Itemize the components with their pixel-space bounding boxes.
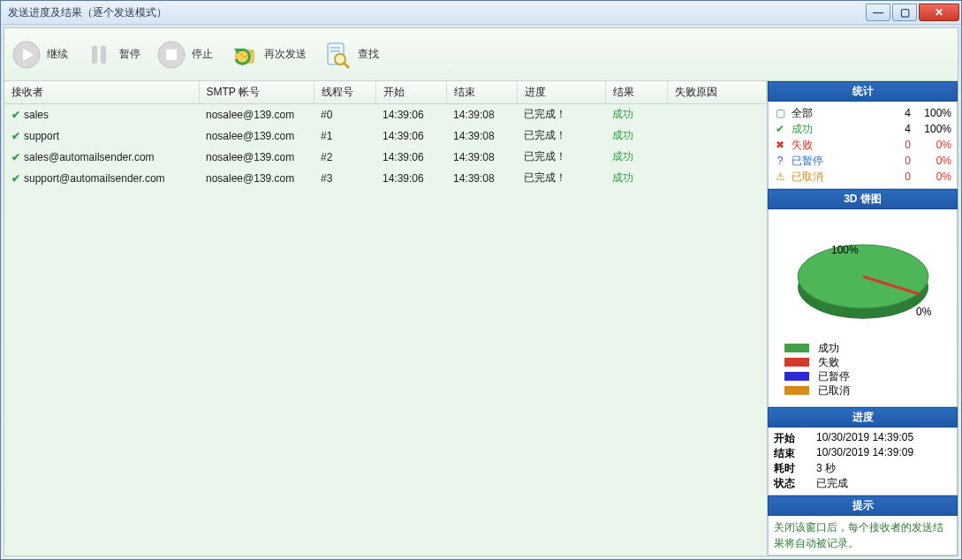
cell-fail xyxy=(667,147,767,168)
col-start[interactable]: 开始 xyxy=(375,81,446,104)
svg-line-12 xyxy=(344,63,349,68)
continue-label: 继续 xyxy=(47,47,68,62)
cell-result: 成功 xyxy=(605,147,667,168)
col-result[interactable]: 结果 xyxy=(605,81,667,104)
cell-progress: 已完成！ xyxy=(517,147,605,168)
cell-end: 14:39:08 xyxy=(446,125,517,147)
check-icon: ✔ xyxy=(11,109,20,121)
stats-body: ▢ 全部 4 100% ✔ 成功 4 100% ✖ 失败 0 xyxy=(768,102,958,189)
cell-fail xyxy=(667,168,767,189)
play-icon xyxy=(11,40,42,70)
cell-result: 成功 xyxy=(605,125,667,147)
results-table-wrap: 接收者 SMTP 帐号 线程号 开始 结束 进度 结果 失败原因 ✔sales … xyxy=(4,81,768,556)
table-row[interactable]: ✔sales@automailsender.comnosalee@139.com… xyxy=(4,147,767,168)
legend-success: 成功 xyxy=(784,341,951,355)
check-icon: ✔ xyxy=(11,172,20,185)
table-row[interactable]: ✔support@automailsender.comnosalee@139.c… xyxy=(4,168,767,189)
legend-paused: 已暂停 xyxy=(784,369,951,383)
stat-paused: ? 已暂停 0 0% xyxy=(774,153,951,169)
progress-header: 进度 xyxy=(768,407,958,428)
table-row[interactable]: ✔support nosalee@139.com#114:39:0614:39:… xyxy=(4,125,767,147)
tip-header: 提示 xyxy=(768,496,958,516)
resend-button[interactable]: 再次发送 xyxy=(229,40,307,70)
find-label: 查找 xyxy=(358,47,379,62)
minimize-button[interactable]: — xyxy=(866,4,890,21)
svg-rect-5 xyxy=(166,49,177,60)
continue-button[interactable]: 继续 xyxy=(11,40,68,70)
cell-thread: #0 xyxy=(314,104,375,125)
stat-success: ✔ 成功 4 100% xyxy=(774,121,951,137)
pie-legend: 成功 失败 已暂停 已取消 xyxy=(774,337,951,403)
toolbar: 继续 暂停 停止 再次发送 xyxy=(4,28,958,81)
cell-thread: #3 xyxy=(314,168,375,189)
stop-icon xyxy=(156,40,186,70)
table-row[interactable]: ✔sales nosalee@139.com#014:39:0614:39:08… xyxy=(4,104,767,125)
cell-end: 14:39:08 xyxy=(446,104,517,125)
col-end[interactable]: 结束 xyxy=(446,81,517,104)
find-icon xyxy=(322,40,352,70)
tip-body: 关闭该窗口后，每个接收者的发送结果将自动被记录。 xyxy=(768,516,958,556)
stat-fail: ✖ 失败 0 0% xyxy=(774,137,951,153)
check-icon: ✔ xyxy=(11,130,20,142)
check-icon: ✔ xyxy=(774,123,786,135)
cell-result: 成功 xyxy=(605,168,667,189)
cell-end: 14:39:08 xyxy=(446,168,517,189)
client-area: 继续 暂停 停止 再次发送 xyxy=(4,27,958,556)
swatch-cancel xyxy=(784,386,809,395)
col-smtp[interactable]: SMTP 帐号 xyxy=(199,81,314,104)
swatch-paused xyxy=(784,372,809,381)
cell-smtp: nosalee@139.com xyxy=(199,104,314,125)
cell-progress: 已完成！ xyxy=(517,104,605,125)
doc-icon: ▢ xyxy=(774,107,786,119)
results-table: 接收者 SMTP 帐号 线程号 开始 结束 进度 结果 失败原因 ✔sales … xyxy=(4,81,767,189)
cell-fail xyxy=(667,125,767,147)
cell-recipient: ✔sales@automailsender.com xyxy=(4,147,199,168)
cell-start: 14:39:06 xyxy=(375,104,446,125)
close-icon: ✕ xyxy=(935,6,943,19)
stat-all: ▢ 全部 4 100% xyxy=(774,105,951,121)
progress-body: 开始10/30/2019 14:39:05 结束10/30/2019 14:39… xyxy=(768,428,958,496)
title-bar: 发送进度及结果（逐个发送模式） — ▢ ✕ xyxy=(1,1,961,25)
cell-smtp: nosalee@139.com xyxy=(199,168,314,189)
legend-cancel: 已取消 xyxy=(784,383,951,397)
pie-header: 3D 饼图 xyxy=(768,189,958,209)
cell-thread: #1 xyxy=(314,125,375,147)
cell-recipient: ✔support xyxy=(4,125,199,147)
pie-body: 100% 0% 成功 失败 已暂停 已取消 xyxy=(768,209,958,407)
warning-icon: ⚠ xyxy=(774,170,786,183)
table-header-row: 接收者 SMTP 帐号 线程号 开始 结束 进度 结果 失败原因 xyxy=(4,81,767,104)
stop-button[interactable]: 停止 xyxy=(156,40,213,70)
cell-smtp: nosalee@139.com xyxy=(199,147,314,168)
maximize-button[interactable]: ▢ xyxy=(892,4,917,21)
cell-fail xyxy=(667,104,767,125)
swatch-success xyxy=(784,344,809,352)
stop-label: 停止 xyxy=(192,47,213,62)
cross-icon: ✖ xyxy=(774,139,786,151)
minimize-icon: — xyxy=(873,6,883,19)
cell-progress: 已完成！ xyxy=(517,125,605,147)
resend-label: 再次发送 xyxy=(264,47,307,62)
legend-fail: 失败 xyxy=(784,355,951,369)
col-progress[interactable]: 进度 xyxy=(517,81,605,104)
pie-zero-label: 0% xyxy=(916,306,932,318)
pause-button[interactable]: 暂停 xyxy=(84,40,140,70)
table-body: ✔sales nosalee@139.com#014:39:0614:39:08… xyxy=(4,104,767,189)
col-thread[interactable]: 线程号 xyxy=(314,81,375,104)
svg-rect-2 xyxy=(92,46,97,64)
side-panel: 统计 ▢ 全部 4 100% ✔ 成功 4 100% ✖ xyxy=(768,81,958,556)
cell-smtp: nosalee@139.com xyxy=(199,125,314,147)
close-button[interactable]: ✕ xyxy=(919,4,959,21)
col-recipient[interactable]: 接收者 xyxy=(4,81,199,104)
window-title: 发送进度及结果（逐个发送模式） xyxy=(8,5,167,20)
pause-icon xyxy=(84,40,114,70)
cell-start: 14:39:06 xyxy=(375,147,446,168)
stat-cancel: ⚠ 已取消 0 0% xyxy=(774,169,951,185)
cell-start: 14:39:06 xyxy=(375,168,446,189)
svg-rect-3 xyxy=(101,46,106,64)
find-button[interactable]: 查找 xyxy=(322,40,379,70)
cell-recipient: ✔sales xyxy=(4,104,199,125)
swatch-fail xyxy=(784,358,809,367)
col-fail[interactable]: 失败原因 xyxy=(667,81,767,104)
pie-main-label: 100% xyxy=(831,244,859,256)
stats-header: 统计 xyxy=(768,81,958,102)
